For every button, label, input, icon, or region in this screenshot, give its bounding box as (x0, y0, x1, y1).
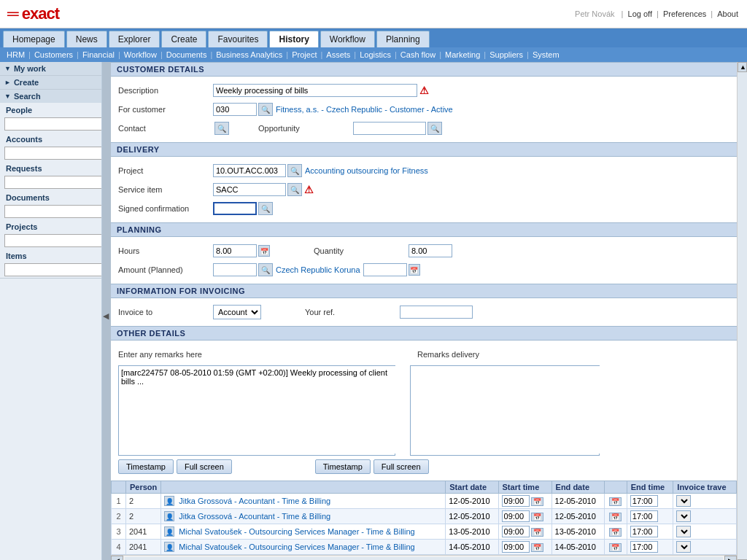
row-3-start-time-input[interactable] (502, 526, 530, 537)
logoff-link[interactable]: Log off (628, 9, 652, 18)
row-1-start-cal-icon[interactable]: 📅 (531, 497, 543, 506)
person-icon-2[interactable]: 👤 (164, 511, 174, 521)
description-input[interactable] (213, 84, 417, 97)
row-3-person-name-link[interactable]: Michal Svatoušek - Outsourcing Services … (179, 527, 414, 536)
person-icon-3[interactable]: 👤 (164, 526, 174, 537)
subnav-cashflow[interactable]: Cash flow (397, 50, 439, 59)
signed-confirm-search-btn[interactable]: 🔍 (258, 202, 273, 215)
sidebar-create-header[interactable]: ► Create (0, 76, 101, 89)
row-4-end-time-input[interactable] (630, 541, 658, 553)
scroll-right-btn[interactable]: ▶ (724, 556, 737, 561)
row-3-end-time-input[interactable] (630, 526, 658, 537)
subnav-suppliers[interactable]: Suppliers (486, 50, 527, 59)
row-2-person-name-link[interactable]: Jitka Grossová - Acountant - Time & Bill… (179, 512, 330, 521)
documents-search-input[interactable] (4, 205, 102, 218)
people-search-input[interactable] (4, 117, 102, 131)
vertical-scrollbar[interactable]: ▲ ▼ (737, 62, 747, 560)
amount-cal-icon[interactable]: 📅 (409, 264, 420, 276)
person-icon[interactable]: 👤 (164, 496, 174, 506)
row-4-person-name-link[interactable]: Michal Svatoušek - Outsourcing Services … (179, 542, 414, 551)
nav-news[interactable]: News (66, 31, 107, 47)
nav-planning[interactable]: Planning (376, 31, 430, 47)
project-search-btn[interactable]: 🔍 (287, 164, 302, 177)
row-3-invoice-select[interactable] (676, 526, 691, 537)
subnav-assets[interactable]: Assets (322, 50, 354, 59)
contact-search-btn[interactable]: 🔍 (214, 122, 229, 135)
row-4-start-time-input[interactable] (502, 541, 530, 553)
for-customer-input[interactable] (213, 103, 257, 116)
row-1-end-time-input[interactable] (630, 495, 658, 507)
subnav-marketing[interactable]: Marketing (441, 50, 484, 59)
timestamp-btn[interactable]: Timestamp (118, 459, 174, 474)
row-2-start-cal-icon[interactable]: 📅 (531, 513, 543, 521)
row-4-start-cal-icon[interactable]: 📅 (531, 543, 543, 552)
sidebar-search-header[interactable]: ▼ Search (0, 90, 101, 103)
invoice-to-select[interactable]: Account (213, 305, 261, 319)
row-1-end-date-cal-icon[interactable]: 📅 (609, 497, 622, 506)
fullscreen-btn[interactable]: Full screen (177, 459, 232, 474)
amount-value-input[interactable] (363, 263, 407, 276)
accounts-search-input[interactable] (4, 147, 102, 160)
row-3-end-date-cal-icon[interactable]: 📅 (609, 528, 622, 537)
row-2-end-date-cal-icon[interactable]: 📅 (609, 513, 622, 521)
subnav-workflow[interactable]: Workflow (120, 50, 160, 59)
scroll-track[interactable] (125, 557, 723, 561)
timestamp-delivery-btn[interactable]: Timestamp (315, 459, 371, 474)
row-1-start-time-input[interactable] (502, 495, 530, 507)
items-search-input[interactable] (4, 263, 102, 276)
nav-workflow[interactable]: Workflow (320, 31, 375, 47)
scroll-up-btn[interactable]: ▲ (738, 62, 747, 72)
remarks-textarea[interactable]: [marc224757 08-05-2010 01:59 (GMT +02:00… (119, 366, 396, 454)
row-1-person-name-link[interactable]: Jitka Grossová - Acountant - Time & Bill… (179, 497, 330, 505)
opportunity-search-btn[interactable]: 🔍 (427, 122, 442, 135)
row-1-invoice-select[interactable] (676, 495, 691, 507)
hours-cal-icon[interactable]: 📅 (258, 245, 270, 257)
amount-currency-btn[interactable]: 🔍 (258, 263, 273, 276)
subnav-hrm[interactable]: HRM (3, 50, 28, 59)
fullscreen-delivery-btn[interactable]: Full screen (374, 459, 429, 474)
sidebar-toggle-btn[interactable]: ◀ (102, 62, 111, 560)
service-item-input[interactable] (213, 183, 286, 196)
project-input[interactable] (213, 164, 286, 177)
projects-search-input[interactable] (4, 234, 102, 247)
opportunity-input[interactable] (353, 122, 426, 135)
row-3-start-cal-icon[interactable]: 📅 (531, 528, 543, 537)
amount-input[interactable] (213, 263, 257, 276)
project-link[interactable]: Accounting outsourcing for Fitness (305, 166, 428, 175)
sub-nav: HRM | Customers | Financial | Workflow |… (0, 47, 747, 62)
about-link[interactable]: About (717, 9, 738, 18)
for-customer-search-btn[interactable]: 🔍 (258, 103, 273, 116)
subnav-business-analytics[interactable]: Business Analytics (212, 50, 286, 59)
subnav-project[interactable]: Project (288, 50, 320, 59)
row-2-invoice-select[interactable] (676, 510, 691, 522)
subnav-customers[interactable]: Customers (31, 50, 77, 59)
scroll-thumb[interactable] (738, 72, 747, 559)
nav-homepage[interactable]: Homepage (3, 31, 65, 47)
subnav-logistics[interactable]: Logistics (356, 50, 395, 59)
row-4-end-date-cal-icon[interactable]: 📅 (609, 543, 622, 552)
person-icon-4[interactable]: 👤 (164, 542, 174, 552)
row-2-start-time-input[interactable] (502, 510, 530, 522)
nav-create[interactable]: Create (161, 31, 206, 47)
nav-favourites[interactable]: Favourites (208, 31, 268, 47)
row-4-invoice-select[interactable] (676, 541, 691, 553)
amount-currency-link[interactable]: Czech Republic Koruna (276, 265, 360, 274)
quantity-input[interactable] (409, 244, 452, 257)
nav-history[interactable]: History (269, 31, 318, 47)
subnav-system[interactable]: System (529, 50, 563, 59)
row-2-end-time-input[interactable] (630, 510, 658, 522)
horizontal-scrollbar[interactable]: ◀ ▶ (111, 555, 737, 560)
sidebar-mywork-header[interactable]: ▼ My work (0, 62, 101, 75)
your-ref-input[interactable] (400, 306, 473, 319)
hours-input[interactable] (213, 244, 257, 257)
remarks-delivery-textarea[interactable] (411, 366, 600, 454)
subnav-financial[interactable]: Financial (79, 50, 118, 59)
subnav-documents[interactable]: Documents (163, 50, 211, 59)
signed-confirm-input[interactable] (213, 202, 257, 215)
scroll-left-btn[interactable]: ◀ (111, 556, 123, 561)
service-item-search-btn[interactable]: 🔍 (287, 183, 302, 196)
requests-search-input[interactable] (4, 176, 102, 189)
customer-link[interactable]: Fitness, a.s. - Czech Republic - Custome… (276, 105, 453, 114)
preferences-link[interactable]: Preferences (663, 9, 706, 18)
nav-explorer[interactable]: Explorer (109, 31, 160, 47)
